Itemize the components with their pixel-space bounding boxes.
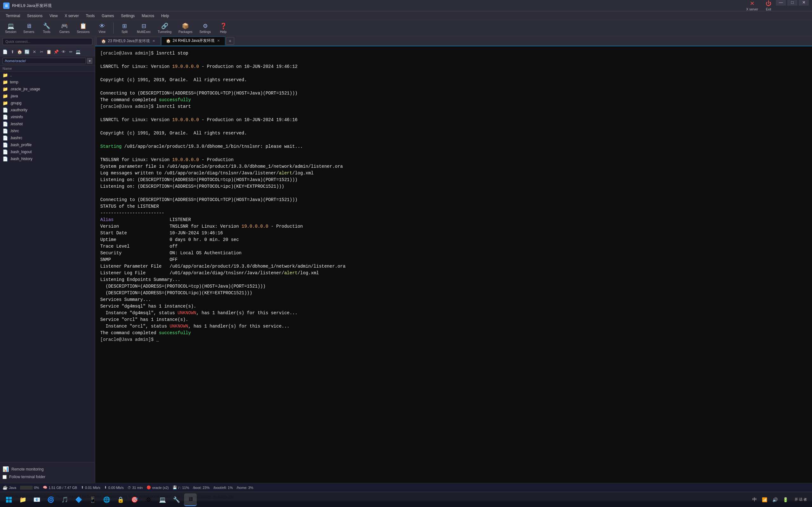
tab-24-icon: 🏠 [166, 39, 171, 43]
view-label: View [99, 30, 106, 34]
sidebar-tool-refresh[interactable]: 🔄 [24, 49, 30, 55]
menu-xserver[interactable]: X server [61, 13, 82, 19]
file-item-xauthority[interactable]: 📄 .xauthority [0, 107, 95, 114]
file-item-bash-history[interactable]: 📄 .bash_history [0, 155, 95, 162]
file-icon: 📄 [3, 108, 8, 113]
file-item-lesshst[interactable]: 📄 .lesshst [0, 120, 95, 127]
toolbar-servers[interactable]: 🖥 Servers [21, 21, 37, 35]
toolbar-settings[interactable]: ⚙ Settings [197, 21, 213, 35]
file-item-dotdot[interactable]: 📁 .. [0, 72, 95, 79]
toolbar-split[interactable]: ⊞ Split [117, 21, 133, 35]
sidebar-tool-edit[interactable]: ✏ [67, 49, 74, 55]
taskbar-app-5[interactable]: 🌐 [100, 493, 113, 506]
close-button[interactable]: ✕ [799, 0, 809, 6]
file-item-bash-profile[interactable]: 📄 .bash_profile [0, 142, 95, 149]
taskbar-app-3[interactable]: 🔷 [72, 493, 85, 506]
menu-settings[interactable]: Settings [118, 13, 138, 19]
tab-23-close[interactable]: ✕ [152, 39, 156, 43]
tab-24-label: 24 RHEL9 Java开发环境 [172, 38, 214, 44]
taskbar-app-6[interactable]: 🔒 [114, 493, 127, 506]
search-input[interactable] [3, 38, 92, 45]
menu-help[interactable]: Help [158, 13, 172, 19]
file-item-viminfo[interactable]: 📄 .viminfo [0, 114, 95, 120]
taskbar-app-mobaxterm[interactable]: 🖥 [184, 493, 197, 506]
new-tab-button[interactable]: + [226, 37, 234, 45]
menu-sessions[interactable]: Sessions [24, 13, 46, 19]
file-item-bashrc[interactable]: 📄 .bashrc [0, 134, 95, 142]
follow-terminal-checkbox[interactable] [3, 475, 7, 479]
exit-button[interactable]: ⏻ Exit [762, 0, 774, 12]
svg-rect-2 [6, 500, 9, 503]
file-list[interactable]: 📁 .. 📁 temp 📁 .oracle_jre_usage 📁 .java … [0, 72, 95, 462]
remote-monitoring-item[interactable]: 📊 Remote monitoring [3, 465, 92, 473]
taskbar-app-8[interactable]: ⚙ [142, 493, 155, 506]
menu-tools[interactable]: Tools [83, 13, 98, 19]
taskbar-app-email[interactable]: 📧 [31, 493, 43, 506]
session-label: Session [5, 30, 16, 34]
toolbar-multiexec[interactable]: ⊟ MultiExec [135, 21, 153, 35]
toolbar-sessions[interactable]: 📋 Sessions [74, 21, 92, 35]
games-icon: 🎮 [61, 22, 68, 30]
file-item-temp[interactable]: 📁 temp [0, 79, 95, 86]
taskbar-app-explorer[interactable]: 📁 [16, 493, 29, 506]
sidebar-tool-new[interactable]: 📄 [2, 49, 8, 55]
menu-macros[interactable]: Macros [139, 13, 157, 19]
tab-24[interactable]: 🏠 24 RHEL9 Java开发环境 ✕ [161, 37, 225, 45]
start-button[interactable] [3, 493, 15, 506]
sidebar-tool-home[interactable]: 🏠 [16, 49, 23, 55]
menu-terminal[interactable]: Terminal [3, 13, 23, 19]
sidebar-tool-paste[interactable]: 📌 [53, 49, 59, 55]
toolbar-view[interactable]: 👁 View [94, 21, 110, 35]
taskbar-app-1[interactable]: 🌀 [44, 493, 57, 506]
file-item-lshrc[interactable]: 📄 .lshrc [0, 127, 95, 134]
taskbar-app-4[interactable]: 📱 [86, 493, 99, 506]
follow-terminal-item[interactable]: Follow terminal folder [3, 473, 92, 481]
toolbar-games[interactable]: 🎮 Games [56, 21, 72, 35]
toolbar-tunneling[interactable]: 🔗 Tunneling [155, 21, 174, 35]
file-item-gnupg[interactable]: 📁 .gnupg [0, 100, 95, 107]
sidebar-tool-terminal[interactable]: 💻 [75, 49, 81, 55]
taskbar-app-9[interactable]: 💻 [156, 493, 169, 506]
minimize-button[interactable]: — [776, 0, 786, 6]
path-input[interactable] [3, 58, 86, 64]
sidebar-tool-view[interactable]: 👁 [60, 49, 67, 55]
taskbar-battery-icon[interactable]: 🔋 [781, 496, 790, 504]
tab-24-close[interactable]: ✕ [216, 39, 220, 43]
toolbar-help[interactable]: ❓ Help [215, 21, 231, 35]
xserver-exit-area: ✕ X server ⏻ Exit [743, 0, 774, 12]
toolbar-packages[interactable]: 📦 Packages [176, 21, 195, 35]
status-disk-boot: /boot: 23% [193, 486, 210, 490]
taskbar-sound-icon[interactable]: 🔊 [771, 496, 779, 504]
sidebar-tool-copy[interactable]: 📋 [46, 49, 52, 55]
tab-23[interactable]: 🏠 23 RHEL9 Java开发环境 ✕ [96, 37, 161, 45]
path-dropdown[interactable]: ▼ [87, 58, 92, 64]
taskbar-app-10[interactable]: 🔧 [170, 493, 183, 506]
sessions-icon: 📋 [80, 22, 87, 30]
taskbar-lang-icon[interactable]: 中 [751, 496, 758, 504]
terminal-content[interactable]: [oracle@Java admin]$ lsnrctl stop LSNRCT… [95, 46, 812, 483]
follow-terminal-label: Follow terminal folder [9, 475, 45, 479]
toolbar-tools[interactable]: 🔧 Tools [39, 21, 55, 35]
remote-monitoring-label: Remote monitoring [11, 467, 44, 471]
file-item-oracle-jre[interactable]: 📁 .oracle_jre_usage [0, 86, 95, 93]
taskbar-app-7[interactable]: 🎯 [128, 493, 141, 506]
help-icon: ❓ [220, 22, 227, 30]
file-item-bash-logout[interactable]: 📄 .bash_logout [0, 149, 95, 155]
file-item-java[interactable]: 📁 .java [0, 93, 95, 100]
sidebar-tool-cut[interactable]: ✂ [38, 49, 45, 55]
taskbar-app-2[interactable]: 🎵 [58, 493, 71, 506]
taskbar-time[interactable]: 开 话 者 [792, 496, 809, 503]
slash-pct: / : 11% [178, 486, 189, 490]
xserver-button[interactable]: ✕ X server [743, 0, 761, 12]
taskbar-network-icon[interactable]: 📶 [761, 496, 768, 504]
session-icon: 💻 [7, 22, 14, 30]
remote-monitoring-icon: 📊 [3, 466, 9, 472]
file-icon: 📄 [3, 128, 8, 133]
maximize-button[interactable]: □ [787, 0, 797, 6]
sidebar-tool-up[interactable]: ⬆ [9, 49, 15, 55]
sidebar-tool-delete[interactable]: ✕ [31, 49, 38, 55]
packages-icon: 📦 [182, 22, 189, 30]
toolbar-session[interactable]: 💻 Session [3, 21, 19, 35]
menu-view[interactable]: View [46, 13, 61, 19]
menu-games[interactable]: Games [99, 13, 117, 19]
